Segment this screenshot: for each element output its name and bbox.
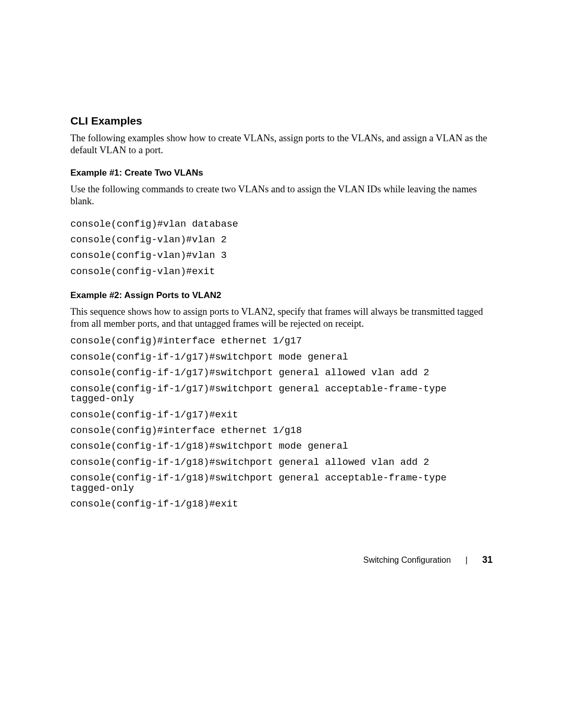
section-heading: CLI Examples xyxy=(70,115,493,127)
code-line: console(config)#vlan database xyxy=(70,219,493,229)
code-line: console(config-vlan)#vlan 2 xyxy=(70,235,493,245)
code-line: console(config-if-1/g17)#switchport gene… xyxy=(70,384,493,404)
code-line: console(config-if-1/g17)#switchport mode… xyxy=(70,352,493,362)
example2-paragraph: This sequence shows how to assign ports … xyxy=(70,306,493,330)
code-line: console(config-if-1/g17)#exit xyxy=(70,410,493,420)
code-line: console(config-if-1/g18)#switchport gene… xyxy=(70,458,493,467)
example2-heading: Example #2: Assign Ports to VLAN2 xyxy=(70,290,493,301)
code-line: console(config-vlan)#exit xyxy=(70,267,493,277)
code-line: console(config)#interface ethernet 1/g17 xyxy=(70,336,493,346)
page: CLI Examples The following examples show… xyxy=(0,0,563,728)
example1-heading: Example #1: Create Two VLANs xyxy=(70,168,493,178)
code-line: console(config-if-1/g18)#switchport gene… xyxy=(70,473,493,493)
code-line: console(config-if-1/g18)#exit xyxy=(70,499,493,509)
code-line: console(config-if-1/g18)#switchport mode… xyxy=(70,441,493,451)
code-line: console(config-vlan)#vlan 3 xyxy=(70,251,493,261)
footer-page-number: 31 xyxy=(482,554,493,565)
footer-separator: | xyxy=(466,556,468,565)
footer-section-title: Switching Configuration xyxy=(363,556,451,565)
code-line: console(config)#interface ethernet 1/g18 xyxy=(70,426,493,436)
page-footer: Switching Configuration | 31 xyxy=(363,554,493,565)
code-line: console(config-if-1/g17)#switchport gene… xyxy=(70,368,493,378)
example1-paragraph: Use the following commands to create two… xyxy=(70,183,493,207)
intro-paragraph: The following examples show how to creat… xyxy=(70,132,493,156)
